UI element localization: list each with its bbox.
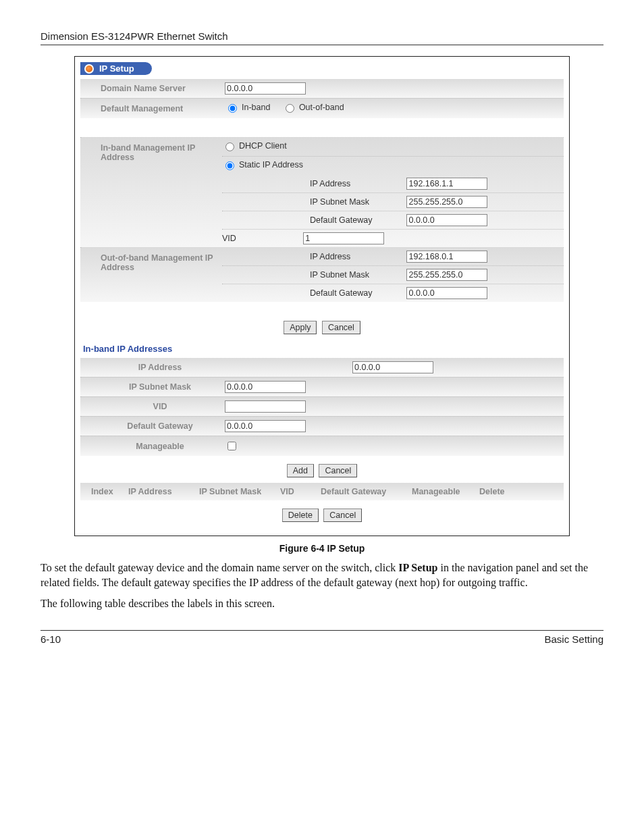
ob-mask-input[interactable] (406, 269, 487, 281)
bullet-icon (84, 64, 94, 74)
ob-gw-input[interactable] (406, 287, 487, 299)
th-mask: IP Subnet Mask (195, 487, 276, 496)
panel-title-tab: IP Setup (80, 62, 152, 75)
default-mgmt-label: Default Management (80, 101, 222, 117)
inband-radio-label: In-band (242, 103, 270, 112)
th-delete: Delete (475, 487, 512, 496)
ib-mask-input[interactable] (406, 196, 487, 208)
body-paragraph-1: To set the default gateway device and th… (41, 561, 603, 590)
dns-label: Domain Name Server (80, 80, 222, 97)
page-number: 6-10 (41, 633, 61, 645)
outband-mgmt-section: Out-of-band Management IP Address IP Add… (80, 247, 564, 302)
dhcp-radio-label: DHCP Client (239, 141, 287, 151)
th-ip: IP Address (124, 487, 195, 496)
inband-mgmt-label: In-band Management IP Address (80, 138, 222, 165)
th-vid: VID (276, 487, 317, 496)
th-mgbl: Manageable (408, 487, 475, 496)
panel-title: IP Setup (99, 63, 134, 74)
page-footer: 6-10 Basic Setting (41, 630, 603, 645)
dns-row: Domain Name Server (80, 79, 564, 99)
ibip-gw-input[interactable] (225, 420, 306, 432)
ib-gw-label: Default Gateway (310, 215, 404, 225)
th-gw: Default Gateway (317, 487, 408, 496)
footer-section: Basic Setting (544, 633, 603, 645)
ib-ip-input[interactable] (406, 178, 487, 190)
ob-mask-label: IP Subnet Mask (310, 270, 404, 280)
figure-caption: Figure 6-4 IP Setup (41, 543, 603, 554)
dhcp-radio[interactable] (225, 142, 234, 151)
ibip-mask-label: IP Subnet Mask (80, 379, 222, 395)
ob-ip-label: IP Address (310, 252, 404, 261)
default-mgmt-row: Default Management In-band Out-of-band (80, 99, 564, 118)
ibip-mgbl-label: Manageable (80, 438, 222, 454)
cancel-button-2[interactable]: Cancel (319, 464, 357, 477)
ib-ip-label: IP Address (310, 179, 404, 188)
ip-table-header: Index IP Address IP Subnet Mask VID Defa… (80, 483, 564, 500)
inband-radio[interactable] (228, 104, 237, 113)
ibip-ip-input[interactable] (352, 361, 433, 373)
dns-input[interactable] (225, 82, 306, 95)
cancel-button-1[interactable]: Cancel (322, 321, 360, 334)
ib-gw-input[interactable] (406, 214, 487, 226)
add-button[interactable]: Add (287, 464, 314, 477)
ibip-mgbl-checkbox[interactable] (227, 442, 236, 450)
outband-mgmt-label: Out-of-band Management IP Address (80, 248, 222, 276)
outband-radio[interactable] (286, 104, 294, 113)
ibip-vid-input[interactable] (225, 400, 306, 413)
inband-ips-title: In-band IP Addresses (80, 340, 564, 358)
ib-mask-label: IP Subnet Mask (310, 197, 404, 207)
ob-gw-label: Default Gateway (310, 288, 404, 298)
cancel-button-3[interactable]: Cancel (323, 509, 362, 522)
ibip-mask-input[interactable] (225, 381, 306, 393)
staticip-radio[interactable] (225, 161, 234, 170)
apply-button[interactable]: Apply (284, 321, 317, 334)
ib-vid-label: VID (222, 234, 301, 243)
document-header: Dimension ES-3124PWR Ethernet Switch (41, 30, 603, 45)
th-index: Index (87, 487, 124, 496)
ibip-gw-label: Default Gateway (80, 418, 222, 434)
outband-radio-label: Out-of-band (299, 103, 344, 112)
ib-vid-input[interactable] (303, 232, 384, 244)
ibip-ip-label: IP Address (80, 359, 222, 375)
ip-setup-panel: IP Setup Domain Name Server Default Mana… (74, 56, 570, 536)
body-paragraph-2: The following table describes the labels… (41, 596, 603, 611)
ibip-vid-label: VID (80, 398, 222, 415)
ob-ip-input[interactable] (406, 251, 487, 263)
delete-button[interactable]: Delete (282, 509, 319, 522)
staticip-radio-label: Static IP Address (239, 160, 303, 170)
inband-mgmt-section: In-band Management IP Address DHCP Clien… (80, 137, 564, 247)
